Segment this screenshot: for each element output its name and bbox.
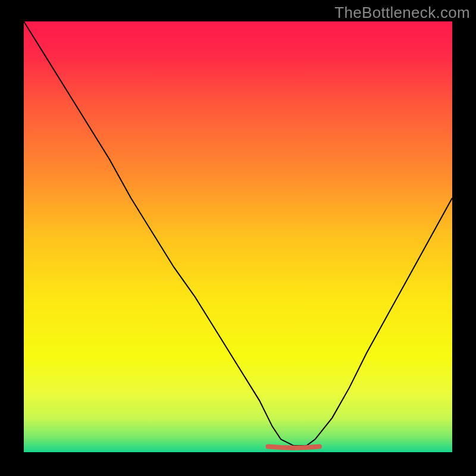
valley-accent-line [268,447,319,448]
chart-frame: TheBottleneck.com [0,0,476,476]
plot-background [24,21,452,452]
bottleneck-chart [0,0,476,476]
watermark-text: TheBottleneck.com [334,4,470,22]
